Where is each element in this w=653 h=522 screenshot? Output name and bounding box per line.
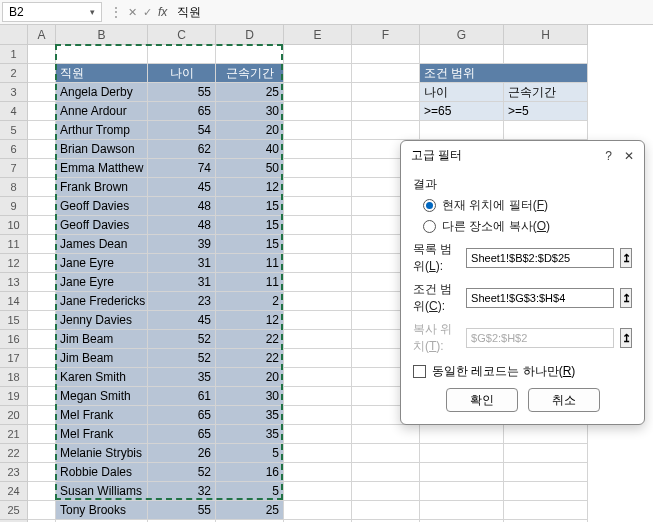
cell-D18[interactable]: 20 xyxy=(216,368,284,387)
col-header[interactable]: G xyxy=(420,25,504,45)
cell-D17[interactable]: 22 xyxy=(216,349,284,368)
cell-G25[interactable] xyxy=(420,501,504,520)
radio-filter-in-place[interactable]: 현재 위치에 필터(F) xyxy=(423,197,632,214)
row-header[interactable]: 8 xyxy=(0,178,28,197)
row-header[interactable]: 5 xyxy=(0,121,28,140)
cell-A2[interactable] xyxy=(28,64,56,83)
cell-D9[interactable]: 15 xyxy=(216,197,284,216)
cell-B23[interactable]: Robbie Dales xyxy=(56,463,148,482)
cell-G23[interactable] xyxy=(420,463,504,482)
cell-C22[interactable]: 26 xyxy=(148,444,216,463)
cell-E4[interactable] xyxy=(284,102,352,121)
cell-B25[interactable]: Tony Brooks xyxy=(56,501,148,520)
cell-B24[interactable]: Susan Williams xyxy=(56,482,148,501)
cell-G1[interactable] xyxy=(420,45,504,64)
formula-input[interactable]: 직원 xyxy=(177,4,201,21)
cell-F1[interactable] xyxy=(352,45,420,64)
cell-G21[interactable] xyxy=(420,425,504,444)
help-icon[interactable]: ? xyxy=(605,149,612,163)
cell-E15[interactable] xyxy=(284,311,352,330)
cell-B12[interactable]: Jane Eyre xyxy=(56,254,148,273)
cell-A13[interactable] xyxy=(28,273,56,292)
cell-D1[interactable] xyxy=(216,45,284,64)
ok-button[interactable]: 확인 xyxy=(446,388,518,412)
cell-A9[interactable] xyxy=(28,197,56,216)
row-header[interactable]: 15 xyxy=(0,311,28,330)
cell-C18[interactable]: 35 xyxy=(148,368,216,387)
cell-D19[interactable]: 30 xyxy=(216,387,284,406)
cell-C3[interactable]: 55 xyxy=(148,83,216,102)
row-header[interactable]: 9 xyxy=(0,197,28,216)
row-header[interactable]: 11 xyxy=(0,235,28,254)
col-header[interactable]: F xyxy=(352,25,420,45)
cell-F3[interactable] xyxy=(352,83,420,102)
cell-A16[interactable] xyxy=(28,330,56,349)
cell-C11[interactable]: 39 xyxy=(148,235,216,254)
cell-E11[interactable] xyxy=(284,235,352,254)
cell-D22[interactable]: 5 xyxy=(216,444,284,463)
cell-C6[interactable]: 62 xyxy=(148,140,216,159)
cell-E10[interactable] xyxy=(284,216,352,235)
cell-C1[interactable] xyxy=(148,45,216,64)
cell-E19[interactable] xyxy=(284,387,352,406)
cell-E24[interactable] xyxy=(284,482,352,501)
cell-G5[interactable] xyxy=(420,121,504,140)
cell-B18[interactable]: Karen Smith xyxy=(56,368,148,387)
cell-H2[interactable] xyxy=(504,64,588,83)
cell-B22[interactable]: Melanie Strybis xyxy=(56,444,148,463)
cell-E13[interactable] xyxy=(284,273,352,292)
cell-F22[interactable] xyxy=(352,444,420,463)
list-range-input[interactable] xyxy=(466,248,614,268)
col-header[interactable]: E xyxy=(284,25,352,45)
cell-C12[interactable]: 31 xyxy=(148,254,216,273)
cell-B4[interactable]: Anne Ardour xyxy=(56,102,148,121)
cell-E18[interactable] xyxy=(284,368,352,387)
cell-G24[interactable] xyxy=(420,482,504,501)
row-header[interactable]: 20 xyxy=(0,406,28,425)
cell-C5[interactable]: 54 xyxy=(148,121,216,140)
cell-E9[interactable] xyxy=(284,197,352,216)
cell-B21[interactable]: Mel Frank xyxy=(56,425,148,444)
cell-F21[interactable] xyxy=(352,425,420,444)
cell-B17[interactable]: Jim Beam xyxy=(56,349,148,368)
row-header[interactable]: 16 xyxy=(0,330,28,349)
cell-A11[interactable] xyxy=(28,235,56,254)
cell-C10[interactable]: 48 xyxy=(148,216,216,235)
cell-C21[interactable]: 65 xyxy=(148,425,216,444)
cell-A20[interactable] xyxy=(28,406,56,425)
range-select-icon[interactable]: ↥ xyxy=(620,288,632,308)
cell-C14[interactable]: 23 xyxy=(148,292,216,311)
range-select-icon[interactable]: ↥ xyxy=(620,328,632,348)
row-header[interactable]: 22 xyxy=(0,444,28,463)
cell-B1[interactable] xyxy=(56,45,148,64)
row-header[interactable]: 4 xyxy=(0,102,28,121)
cell-A23[interactable] xyxy=(28,463,56,482)
row-header[interactable]: 17 xyxy=(0,349,28,368)
cell-F24[interactable] xyxy=(352,482,420,501)
cell-D10[interactable]: 15 xyxy=(216,216,284,235)
cell-D15[interactable]: 12 xyxy=(216,311,284,330)
cell-H22[interactable] xyxy=(504,444,588,463)
cell-C4[interactable]: 65 xyxy=(148,102,216,121)
cell-C7[interactable]: 74 xyxy=(148,159,216,178)
cell-A5[interactable] xyxy=(28,121,56,140)
cell-E14[interactable] xyxy=(284,292,352,311)
cell-C20[interactable]: 65 xyxy=(148,406,216,425)
cell-C8[interactable]: 45 xyxy=(148,178,216,197)
cell-A17[interactable] xyxy=(28,349,56,368)
col-header[interactable]: B xyxy=(56,25,148,45)
cell-G2[interactable]: 조건 범위 xyxy=(420,64,504,83)
cancel-formula-icon[interactable]: ✕ xyxy=(128,6,137,19)
criteria-range-input[interactable] xyxy=(466,288,614,308)
cell-E23[interactable] xyxy=(284,463,352,482)
cell-A10[interactable] xyxy=(28,216,56,235)
cell-A4[interactable] xyxy=(28,102,56,121)
cell-C2[interactable]: 나이 xyxy=(148,64,216,83)
cell-D3[interactable]: 25 xyxy=(216,83,284,102)
cell-B6[interactable]: Brian Dawson xyxy=(56,140,148,159)
cell-G22[interactable] xyxy=(420,444,504,463)
cell-E6[interactable] xyxy=(284,140,352,159)
cell-F23[interactable] xyxy=(352,463,420,482)
cell-C16[interactable]: 52 xyxy=(148,330,216,349)
cell-H23[interactable] xyxy=(504,463,588,482)
